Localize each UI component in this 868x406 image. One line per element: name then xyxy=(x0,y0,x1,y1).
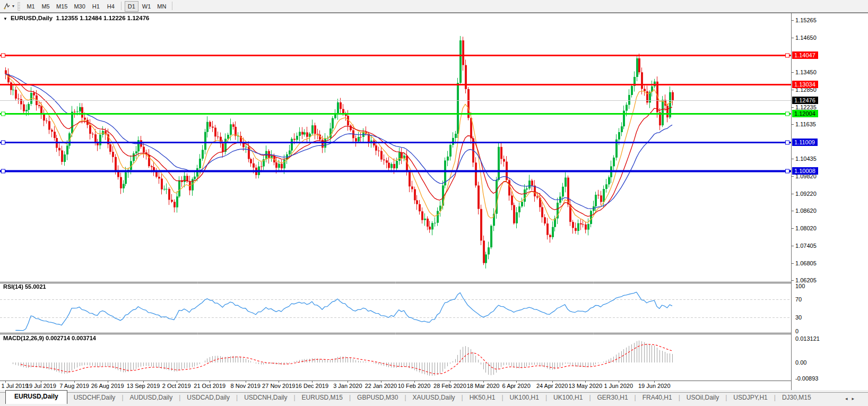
price-tick-label: 1.12235 xyxy=(795,104,817,110)
price-tick-mark xyxy=(792,176,794,177)
chart-dropdown-icon[interactable]: ▼ xyxy=(3,16,7,21)
timeframe-button-d1[interactable]: D1 xyxy=(125,1,138,12)
price-tick-mark xyxy=(792,211,794,211)
date-label: 16 Dec 2019 xyxy=(296,383,328,389)
tab-scroll-arrows: ◂▸ xyxy=(845,396,858,401)
price-tick-label: 1.07405 xyxy=(795,243,817,249)
price-tick-mark xyxy=(792,159,794,159)
chart-title: ▼EURUSD,Daily 1.12355 1.12484 1.12226 1.… xyxy=(3,15,149,21)
bottom-tab-usoil-daily[interactable]: USOil,Daily xyxy=(680,392,725,404)
price-tick-label: 1.08620 xyxy=(795,208,817,214)
toolbar-separator xyxy=(172,2,172,10)
macd-axis-label: 0.00 xyxy=(795,359,806,366)
timeframe-button-h4[interactable]: H4 xyxy=(104,1,118,12)
bottom-tab-dj30-m15[interactable]: DJ30,M15 xyxy=(776,392,818,404)
chart-ohlc-values: 1.12355 1.12484 1.12226 1.12476 xyxy=(56,15,150,21)
price-tick-mark xyxy=(792,124,794,125)
price-tick-label: 1.06805 xyxy=(795,260,817,266)
date-label: 8 Nov 2019 xyxy=(231,383,261,389)
price-tick-label: 1.10435 xyxy=(795,156,817,162)
date-label: 22 Jan 2020 xyxy=(365,383,397,389)
price-tick-mark xyxy=(792,72,794,73)
rsi-axis-label: 30 xyxy=(795,314,802,321)
timeframe-button-mn[interactable]: MN xyxy=(154,1,169,12)
chart-window: ▼EURUSD,Daily 1.12355 1.12484 1.12226 1.… xyxy=(0,13,868,390)
date-label: 6 Apr 2020 xyxy=(502,383,531,389)
bottom-tab-eurusd-m15[interactable]: EURUSD,M15 xyxy=(296,392,349,404)
price-axis: 1.152651.146501.134501.128501.122351.116… xyxy=(791,13,868,391)
price-tick-mark xyxy=(792,38,794,38)
tab-scroll-left-icon[interactable]: ◂ xyxy=(845,396,852,401)
bottom-tab-audusd-daily[interactable]: AUDUSD,Daily xyxy=(124,392,179,404)
date-label: 10 Feb 2020 xyxy=(398,383,431,389)
price-tick-label: 1.08020 xyxy=(795,225,817,231)
bottom-tab-gbpusd-m30[interactable]: GBPUSD,M30 xyxy=(351,392,404,404)
bottom-tab-uk100-h1[interactable]: UK100,H1 xyxy=(504,392,545,404)
price-tick-label: 1.11635 xyxy=(795,121,816,127)
level-price-label-1-12004: 1.12004 xyxy=(792,110,818,117)
price-tick-mark xyxy=(792,246,794,246)
date-label: 21 Oct 2019 xyxy=(194,383,225,389)
price-tick-mark xyxy=(792,90,794,90)
price-tick-mark xyxy=(792,228,794,229)
date-label: 13 Sep 2019 xyxy=(127,383,160,389)
date-label: 7 Aug 2019 xyxy=(59,383,89,389)
rsi-axis-label: 0 xyxy=(795,328,798,334)
price-tick-mark xyxy=(792,263,794,264)
bottom-tab-uk100-h1[interactable]: UK100,H1 xyxy=(547,392,589,404)
date-label: 28 Feb 2020 xyxy=(433,383,466,389)
rsi-axis-label: 70 xyxy=(795,296,802,303)
bottom-tab-usdchf-daily[interactable]: USDCHF,Daily xyxy=(67,392,122,404)
date-label: 3 Jan 2020 xyxy=(333,383,362,389)
timeframe-button-w1[interactable]: W1 xyxy=(140,1,154,12)
bottom-tab-fra40-h1[interactable]: FRA40,H1 xyxy=(636,392,679,404)
toolbar: ▾ M1M5M15M30H1H4D1W1MN xyxy=(0,0,868,13)
bottom-tab-usdcad-daily[interactable]: USDCAD,Daily xyxy=(180,392,236,404)
bottom-tab-usdjpy-h1[interactable]: USDJPY,H1 xyxy=(727,392,774,404)
price-tick-label: 1.15265 xyxy=(795,17,817,23)
timeframe-toolbar: M1M5M15M30H1H4D1W1MN xyxy=(23,1,175,12)
bottom-tab-usdcnh-daily[interactable]: USDCNH,Daily xyxy=(238,392,293,404)
macd-indicator-label: MACD(12,26,9) 0.002714 0.003714 xyxy=(3,335,96,341)
toolbar-grip[interactable] xyxy=(18,2,20,11)
price-tick-mark xyxy=(792,194,794,194)
timeframe-button-m30[interactable]: M30 xyxy=(71,1,88,12)
timeframe-button-m1[interactable]: M1 xyxy=(24,1,38,12)
bottom-tab-xauusd-daily[interactable]: XAUUSD,Daily xyxy=(406,392,462,404)
price-chart-canvas[interactable] xyxy=(0,13,791,381)
macd-axis-label: -0.00893 xyxy=(795,375,818,382)
bottom-tab-eurusd-daily[interactable]: EURUSD,Daily xyxy=(5,390,67,404)
current-price-label-1-12476: 1.12476 xyxy=(792,97,818,104)
cursor-tool-icon[interactable] xyxy=(2,2,12,11)
date-label: 26 Aug 2019 xyxy=(91,383,124,389)
price-tick-label: 1.14650 xyxy=(795,34,817,41)
price-tick-mark xyxy=(792,280,794,281)
rsi-indicator-label: RSI(14) 55.0021 xyxy=(3,283,46,290)
price-tick-label: 1.13450 xyxy=(795,69,817,75)
rsi-axis-label: 100 xyxy=(795,283,805,289)
timeframe-button-h1[interactable]: H1 xyxy=(89,1,103,12)
date-label: 1 Jul 2019 xyxy=(2,383,29,389)
bottom-tab-bar: EURUSD,DailyUSDCHF,Daily|AUDUSD,Daily|US… xyxy=(0,390,868,406)
date-label: 2 Oct 2019 xyxy=(162,383,191,389)
level-price-label-1-10008: 1.10008 xyxy=(792,167,818,175)
level-price-label-1-11009: 1.11009 xyxy=(792,139,818,146)
bottom-tab-ger30-h1[interactable]: GER30,H1 xyxy=(591,392,635,404)
price-tick-mark xyxy=(792,20,794,21)
timeframe-button-m5[interactable]: M5 xyxy=(39,1,53,12)
timeframe-button-m15[interactable]: M15 xyxy=(54,1,70,12)
date-label: 18 Mar 2020 xyxy=(467,383,500,389)
chart-tabs: EURUSD,DailyUSDCHF,Daily|AUDUSD,Daily|US… xyxy=(5,390,818,404)
level-price-label-1-14047: 1.14047 xyxy=(792,51,818,59)
dropdown-caret-icon[interactable]: ▾ xyxy=(12,4,14,8)
level-price-label-1-13034: 1.13034 xyxy=(792,81,818,88)
cursor-tool-glyph xyxy=(3,3,11,10)
price-tick-mark xyxy=(792,107,794,108)
date-label: 19 Jun 2020 xyxy=(638,383,671,389)
date-label: 27 Nov 2019 xyxy=(262,383,295,389)
toolbar-separator xyxy=(121,2,121,10)
tab-scroll-right-icon[interactable]: ▸ xyxy=(852,396,858,401)
bottom-tab-hk50-h1[interactable]: HK50,H1 xyxy=(463,392,502,404)
chart-symbol-period: EURUSD,Daily xyxy=(11,15,53,21)
price-tick-label: 1.09220 xyxy=(795,191,817,197)
